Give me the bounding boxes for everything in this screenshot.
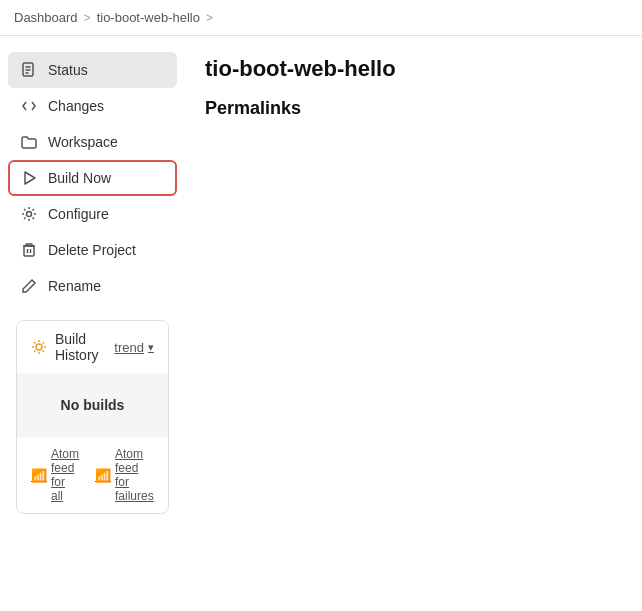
breadcrumb-dashboard[interactable]: Dashboard xyxy=(14,10,78,25)
play-icon xyxy=(20,169,38,187)
code-icon xyxy=(20,97,38,115)
atom-feed-all-label: Atom feed for all xyxy=(51,447,79,503)
permalinks-title: Permalinks xyxy=(205,98,622,119)
sidebar-item-status[interactable]: Status xyxy=(8,52,177,88)
atom-feed-failures-label: Atom feed for failures xyxy=(115,447,154,503)
sidebar-item-build-now[interactable]: Build Now xyxy=(8,160,177,196)
sidebar: Status Changes Workspace xyxy=(0,48,185,518)
rss-failures-icon: 📶 xyxy=(95,468,111,483)
sidebar-item-configure[interactable]: Configure xyxy=(8,196,177,232)
build-history-title: Build History xyxy=(31,331,114,363)
svg-rect-6 xyxy=(24,246,34,256)
breadcrumb-sep-2: > xyxy=(206,11,213,25)
build-history-trend[interactable]: trend ▾ xyxy=(114,340,154,355)
sidebar-item-changes[interactable]: Changes xyxy=(8,88,177,124)
build-history-header: Build History trend ▾ xyxy=(17,321,168,373)
svg-marker-4 xyxy=(25,172,35,184)
content-area: tio-boot-web-hello Permalinks xyxy=(185,48,642,518)
atom-feed-all-link[interactable]: 📶 Atom feed for all xyxy=(31,447,79,503)
trash-icon xyxy=(20,241,38,259)
rss-all-icon: 📶 xyxy=(31,468,47,483)
breadcrumb-project[interactable]: tio-boot-web-hello xyxy=(97,10,200,25)
build-history-body: No builds xyxy=(17,373,168,437)
svg-line-15 xyxy=(43,351,44,352)
sidebar-item-build-now-label: Build Now xyxy=(48,170,111,186)
sidebar-item-workspace[interactable]: Workspace xyxy=(8,124,177,160)
sidebar-item-status-label: Status xyxy=(48,62,88,78)
atom-feed-failures-link[interactable]: 📶 Atom feed for failures xyxy=(95,447,154,503)
build-history-footer: 📶 Atom feed for all 📶 Atom feed for fail… xyxy=(17,437,168,513)
trend-label: trend xyxy=(114,340,144,355)
svg-point-5 xyxy=(27,212,32,217)
svg-line-17 xyxy=(34,351,35,352)
gear-icon xyxy=(20,205,38,223)
sidebar-item-changes-label: Changes xyxy=(48,98,104,114)
sidebar-item-rename[interactable]: Rename xyxy=(8,268,177,304)
chevron-down-icon: ▾ xyxy=(148,341,154,354)
sun-icon xyxy=(31,339,47,355)
breadcrumb: Dashboard > tio-boot-web-hello > xyxy=(0,0,642,36)
svg-point-9 xyxy=(36,344,42,350)
sidebar-item-configure-label: Configure xyxy=(48,206,109,222)
build-history-card: Build History trend ▾ No builds 📶 Atom f… xyxy=(16,320,169,514)
breadcrumb-sep-1: > xyxy=(84,11,91,25)
build-history-title-label: Build History xyxy=(55,331,114,363)
svg-line-16 xyxy=(43,342,44,343)
page-title: tio-boot-web-hello xyxy=(205,56,622,82)
file-icon xyxy=(20,61,38,79)
svg-line-14 xyxy=(34,342,35,343)
folder-icon xyxy=(20,133,38,151)
sidebar-item-workspace-label: Workspace xyxy=(48,134,118,150)
sidebar-item-delete-project[interactable]: Delete Project xyxy=(8,232,177,268)
no-builds-label: No builds xyxy=(61,397,125,413)
main-layout: Status Changes Workspace xyxy=(0,36,642,530)
pencil-icon xyxy=(20,277,38,295)
sidebar-item-rename-label: Rename xyxy=(48,278,101,294)
sidebar-item-delete-project-label: Delete Project xyxy=(48,242,136,258)
